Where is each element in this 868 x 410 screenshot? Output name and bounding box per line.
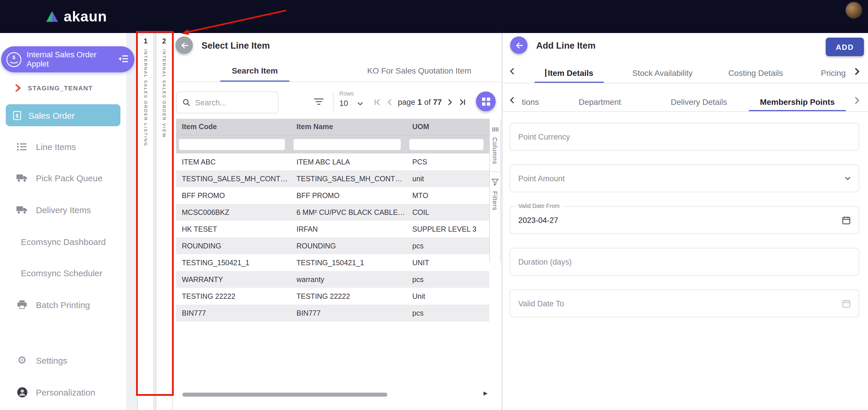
field-label: Duration (days) (518, 257, 572, 266)
list-icon (16, 142, 28, 151)
last-page-button[interactable] (459, 98, 466, 106)
panel-title: Select Line Item (202, 40, 270, 51)
table-row[interactable]: ROUNDING ROUNDING pcs (176, 238, 489, 254)
table-row[interactable]: MCSC006BKZ 6 MM² CU/PVC BLACK CABLE 1...… (176, 204, 489, 221)
sidebar-item-settings[interactable]: ⚙ Settings (0, 351, 126, 369)
cell-item-name: 6 MM² CU/PVC BLACK CABLE 1... (291, 208, 406, 216)
menu-fold-icon[interactable] (118, 54, 129, 65)
tenant-selector[interactable]: STAGING_TENANT (14, 84, 93, 92)
tab-costing-details[interactable]: Costing Details (728, 68, 783, 77)
columns-tool[interactable]: Columns (492, 137, 499, 164)
table-row[interactable]: HK TESET IRFAN SUPPLER LEVEL 3 (176, 221, 489, 238)
sidebar-item-ecomsync-dashboard[interactable]: Ecomsync Dashboard (0, 233, 126, 250)
next-page-button[interactable] (447, 98, 454, 106)
duration-days-field[interactable]: Duration (days) (509, 248, 859, 276)
tab-label: Department (579, 97, 621, 106)
sidebar-item-batch-printing[interactable]: Batch Printing (0, 296, 126, 313)
search-icon (182, 98, 190, 106)
select-tabs: Search Item KO For Sales Quotation Item (173, 63, 501, 81)
cell-item-code: MCSC006BKZ (176, 208, 291, 216)
applet-button[interactable]: $ Internal Sales Order Applet (1, 46, 134, 72)
sidebar-item-personalization[interactable]: Personalization (0, 383, 126, 401)
subtab-delivery-details[interactable]: Delivery Details (671, 97, 727, 106)
sidebar-item-ecomsync-scheduler[interactable]: Ecomsync Scheduler (0, 264, 126, 281)
collapsed-panel-listing[interactable]: 1 INTERNAL SALES ORDER LISTING (137, 33, 154, 410)
back-button[interactable] (176, 36, 193, 54)
cell-item-code: BIN777 (176, 309, 291, 317)
rows-per-page-select[interactable]: Rows 10 (339, 90, 363, 108)
table-row[interactable]: TESTING_150421_1 TESTING_150421_1 UNIT (176, 254, 489, 271)
valid-date-to-field[interactable]: Valid Date To (509, 289, 859, 317)
tab-label: Delivery Details (671, 97, 727, 106)
item-name-filter-input[interactable] (293, 139, 401, 150)
cell-uom: pcs (406, 242, 489, 250)
text-cursor (545, 69, 546, 77)
subtabs-scroll-left-icon[interactable] (509, 97, 514, 104)
sidebar-item-sales-order[interactable]: $ Sales Order (6, 104, 120, 126)
chevron-down-icon[interactable] (845, 177, 850, 180)
cell-item-name: ROUNDING (291, 242, 406, 250)
point-amount-field[interactable]: Point Amount (509, 164, 859, 192)
search-box[interactable] (176, 92, 279, 114)
tabs-scroll-right-icon[interactable] (855, 68, 860, 75)
search-input[interactable] (195, 98, 272, 107)
sidebar-item-delivery-items[interactable]: Delivery Items (0, 201, 126, 218)
scroll-right-arrow-icon[interactable]: ▶ (484, 390, 488, 396)
table-row[interactable]: BIN777 BIN777 pcs (176, 305, 489, 321)
column-header-item-code[interactable]: Item Code (176, 123, 291, 131)
item-code-filter-input[interactable] (179, 139, 285, 150)
first-page-button[interactable] (373, 98, 381, 106)
tab-pricing[interactable]: Pricing (821, 68, 846, 77)
uom-filter-input[interactable] (409, 139, 484, 150)
subtab-department[interactable]: Department (579, 97, 621, 106)
table-row[interactable]: TESTING_SALES_MH_CONTRACT TESTING_SALES_… (176, 170, 489, 187)
cell-uom: pcs (406, 275, 489, 283)
tabs-scroll-left-icon[interactable] (509, 68, 514, 75)
column-header-item-name[interactable]: Item Name (291, 123, 406, 131)
tab-stock-availability[interactable]: Stock Availability (632, 68, 692, 77)
truck-icon (16, 174, 28, 182)
tab-search-item[interactable]: Search Item (173, 63, 337, 81)
sidebar-item-label: Pick Pack Queue (36, 173, 102, 183)
tab-item-details[interactable]: Item Details (545, 68, 593, 77)
sidebar-item-line-items[interactable]: Line Items (0, 138, 126, 155)
panel-gap (126, 33, 137, 410)
cell-item-code: TESTING_150421_1 (176, 259, 291, 267)
point-currency-field[interactable]: Point Currency (509, 123, 859, 151)
user-avatar[interactable] (845, 2, 862, 19)
filter-list-icon[interactable] (314, 97, 324, 108)
funnel-icon[interactable] (492, 178, 499, 188)
cell-item-name: IRFAN (291, 225, 406, 233)
drag-indicator-icon[interactable] (492, 124, 498, 134)
table-row[interactable]: WARRANTY warranty pcs (176, 271, 489, 288)
calendar-icon[interactable] (842, 299, 850, 308)
grid-view-button[interactable] (476, 92, 496, 111)
logo-text: akaun (64, 8, 107, 25)
subtabs-scroll-right-icon[interactable] (855, 97, 860, 104)
chevron-down-icon (357, 102, 363, 105)
cell-uom: MTO (406, 191, 489, 199)
subtab-membership-points[interactable]: Membership Points (760, 97, 835, 106)
valid-date-from-field[interactable]: Valid Date From 2023-04-27 (509, 206, 859, 234)
horizontal-scrollbar-thumb[interactable] (182, 392, 388, 397)
akaun-logo: akaun (45, 0, 107, 33)
subtab-truncated[interactable]: tions (522, 97, 539, 106)
sidebar-item-label: Delivery Items (36, 205, 91, 215)
sidebar-item-pick-pack-queue[interactable]: Pick Pack Queue (0, 169, 126, 186)
filters-tool[interactable]: Filters (492, 191, 499, 211)
previous-page-button[interactable] (386, 98, 393, 106)
back-button[interactable] (510, 36, 528, 54)
sidebar-item-label: Sales Order (28, 110, 75, 120)
add-button[interactable]: ADD (826, 38, 864, 56)
column-header-uom[interactable]: UOM (406, 123, 489, 131)
table-row[interactable]: ITEM ABC ITEM ABC LALA PCS (176, 154, 489, 170)
table-row[interactable]: TESTING 22222 TESTING 22222 Unit (176, 288, 489, 305)
collapsed-panel-view[interactable]: 2 INTERNAL SALES ORDER VIEW (156, 33, 173, 410)
tab-ko-for-sales-quotation-item[interactable]: KO For Sales Quotation Item (337, 63, 501, 81)
panel-title: Add Line Item (536, 40, 595, 51)
table-row[interactable]: BFF PROMO BFF PROMO MTO (176, 187, 489, 204)
tab-label: KO For Sales Quotation Item (367, 66, 471, 75)
cell-uom: unit (406, 175, 489, 183)
sales-order-icon: $ (13, 110, 22, 120)
calendar-icon[interactable] (842, 216, 850, 224)
